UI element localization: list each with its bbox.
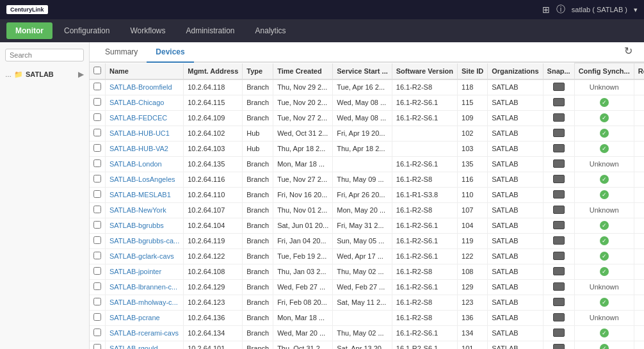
- snap-cell: [543, 248, 574, 264]
- reachability-cell: ✓: [634, 126, 644, 141]
- software-version: [392, 126, 457, 141]
- config-synch-green-icon: ✓: [600, 221, 609, 230]
- service-start: Wed, Apr 17 ...: [333, 248, 392, 264]
- reachability-cell: ✓: [634, 110, 644, 126]
- table-row: SATLAB-HUB-VA210.2.64.103HubThu, Apr 18 …: [90, 141, 644, 156]
- service-start: [333, 156, 392, 172]
- software-version: 16.1-R2-S6.1: [392, 279, 457, 295]
- grid-icon[interactable]: ⊞: [542, 4, 550, 15]
- device-type: Branch: [243, 95, 273, 110]
- device-link[interactable]: SATLAB-jpointer: [109, 268, 161, 275]
- sidebar-arrow-icon[interactable]: ▶: [78, 70, 84, 79]
- row-checkbox[interactable]: [93, 98, 101, 106]
- device-link[interactable]: SATLAB-mholway-c...: [109, 298, 178, 306]
- info-icon[interactable]: ⓘ: [556, 4, 565, 15]
- select-all-checkbox[interactable]: [93, 67, 101, 74]
- time-created: Fri, Jan 04 20...: [273, 233, 333, 248]
- snap-icon: [553, 129, 565, 137]
- organizations: SATLAB: [488, 295, 543, 310]
- site-id: 101: [458, 341, 488, 349]
- device-link[interactable]: SATLAB-bgrubbs: [109, 222, 164, 229]
- mgmt-address: 10.2.64.123: [184, 295, 243, 310]
- row-checkbox[interactable]: [93, 252, 101, 259]
- snap-icon: [553, 313, 565, 321]
- col-header-reachability: Reachabil...: [634, 63, 644, 79]
- tab-summary[interactable]: Summary: [96, 42, 147, 63]
- table-row: SATLAB-lbrannen-c...10.2.64.129BranchWed…: [90, 279, 644, 295]
- row-checkbox[interactable]: [93, 129, 101, 136]
- service-start: Fri, Apr 19 20...: [333, 126, 392, 141]
- devices-table: Name Mgmt. Address Type Time Created Ser…: [90, 63, 644, 349]
- device-link[interactable]: SATLAB-FEDCEC: [109, 114, 167, 122]
- row-checkbox[interactable]: [93, 144, 101, 152]
- device-type: Branch: [243, 187, 273, 202]
- time-created: Tue, Nov 20 2...: [273, 95, 333, 110]
- row-checkbox[interactable]: [93, 344, 101, 349]
- table-row: SATLAB-rgould10.2.64.101BranchThu, Oct 3…: [90, 341, 644, 349]
- nav-item-administration[interactable]: Administration: [177, 22, 244, 39]
- nav-item-configuration[interactable]: Configuration: [55, 22, 118, 39]
- row-checkbox[interactable]: [93, 313, 101, 321]
- site-id: 103: [458, 141, 488, 156]
- snap-cell: [543, 218, 574, 233]
- device-link[interactable]: SATLAB-HUB-UC1: [109, 129, 170, 137]
- organizations: SATLAB: [488, 325, 543, 341]
- site-id: 123: [458, 295, 488, 310]
- organizations: SATLAB: [488, 202, 543, 218]
- mgmt-address: 10.2.64.109: [184, 110, 243, 126]
- row-checkbox[interactable]: [93, 206, 101, 213]
- snap-icon: [553, 282, 565, 291]
- organizations: SATLAB: [488, 141, 543, 156]
- search-input[interactable]: [5, 49, 84, 61]
- row-checkbox[interactable]: [93, 267, 101, 275]
- sidebar-item-satlab[interactable]: … 📁 SATLAB ▶: [0, 68, 89, 81]
- device-link[interactable]: SATLAB-pcrane: [109, 314, 160, 321]
- device-link[interactable]: SATLAB-bgrubbs-ca...: [109, 237, 179, 245]
- row-checkbox[interactable]: [93, 236, 101, 244]
- device-link[interactable]: SATLAB-gclark-cavs: [109, 252, 174, 260]
- row-checkbox[interactable]: [93, 221, 101, 229]
- site-id: 135: [458, 156, 488, 172]
- row-checkbox[interactable]: [93, 175, 101, 183]
- snap-cell: [543, 279, 574, 295]
- reachability-cell: ✓: [634, 187, 644, 202]
- nav-item-workflows[interactable]: Workflows: [121, 22, 174, 39]
- device-link[interactable]: SATLAB-rgould: [109, 345, 158, 349]
- row-checkbox[interactable]: [93, 190, 101, 198]
- device-type: Branch: [243, 248, 273, 264]
- organizations: SATLAB: [488, 264, 543, 279]
- device-link[interactable]: SATLAB-lbrannen-c...: [109, 283, 177, 291]
- tab-devices[interactable]: Devices: [147, 42, 193, 63]
- nav-item-analytics[interactable]: Analytics: [246, 22, 295, 39]
- row-checkbox[interactable]: [93, 329, 101, 336]
- device-link[interactable]: SATLAB-Broomfield: [109, 83, 172, 91]
- organizations: SATLAB: [488, 218, 543, 233]
- organizations: SATLAB: [488, 79, 543, 95]
- col-header-name: Name: [106, 63, 184, 79]
- device-link[interactable]: SATLAB-NewYork: [109, 206, 166, 214]
- software-version: 16.1-R2-S8: [392, 202, 457, 218]
- snap-cell: [543, 295, 574, 310]
- row-checkbox[interactable]: [93, 298, 101, 305]
- row-checkbox[interactable]: [93, 83, 101, 90]
- user-chevron[interactable]: ▾: [634, 6, 638, 14]
- device-link[interactable]: SATLAB-rcerami-cavs: [109, 329, 179, 337]
- row-checkbox[interactable]: [93, 282, 101, 290]
- row-checkbox[interactable]: [93, 113, 101, 121]
- mgmt-address: 10.2.64.101: [184, 341, 243, 349]
- refresh-button[interactable]: ↻: [619, 42, 638, 61]
- device-link[interactable]: SATLAB-HUB-VA2: [109, 145, 168, 152]
- device-link[interactable]: SATLAB-London: [109, 160, 162, 168]
- row-checkbox[interactable]: [93, 159, 101, 167]
- mgmt-address: 10.2.64.110: [184, 187, 243, 202]
- snap-icon: [553, 144, 565, 152]
- nav-item-monitor[interactable]: Monitor: [6, 22, 52, 39]
- snap-icon: [553, 267, 565, 275]
- config-synch-green-icon: ✓: [600, 298, 609, 307]
- device-link[interactable]: SATLAB-Chicago: [109, 99, 164, 106]
- device-link[interactable]: SATLAB-LosAngeles: [109, 175, 175, 183]
- device-link[interactable]: SATLAB-MESLAB1: [109, 191, 171, 199]
- config-synch-cell: ✓: [574, 341, 634, 349]
- site-id: 115: [458, 95, 488, 110]
- main-content: Summary Devices ↻ Name Mgmt. Address Typ…: [90, 42, 644, 349]
